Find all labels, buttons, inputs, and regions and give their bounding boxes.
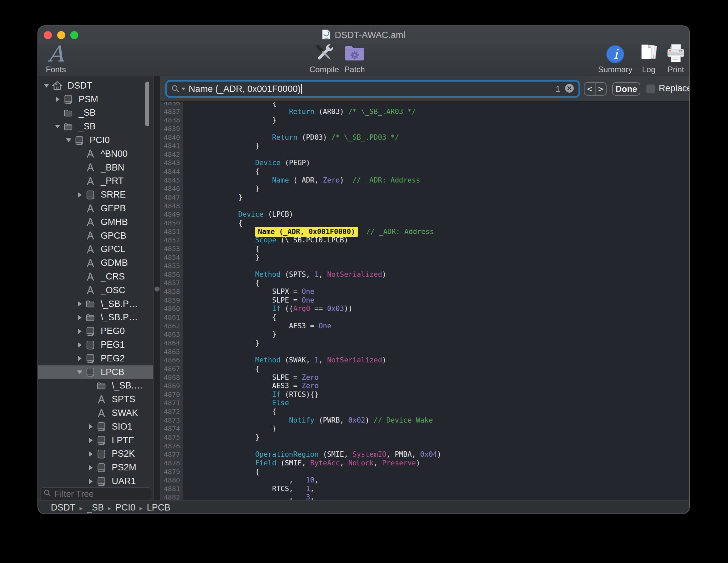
clear-search-icon[interactable] xyxy=(564,83,574,95)
tree-item-lpte[interactable]: LPTE xyxy=(38,434,153,447)
tree-item-sio1[interactable]: SIO1 xyxy=(38,420,153,434)
search-input[interactable]: Name (_ADR, 0x001F0000) 1 xyxy=(167,82,578,96)
print-button[interactable]: Print xyxy=(662,44,690,76)
tree-item-label: LPCB xyxy=(101,367,124,377)
tree-item-spts[interactable]: SPTS xyxy=(38,392,153,406)
tree-item-sb[interactable]: _SB xyxy=(38,120,153,133)
compile-icon xyxy=(312,42,336,64)
content-area: DSDTPSM_SB_SBPCI0^BN00_BBN_PRTSRREGEPBGM… xyxy=(38,76,690,500)
breadcrumb-item-dsdt[interactable]: DSDT xyxy=(51,502,76,513)
tree-item-bbn[interactable]: _BBN xyxy=(38,161,153,175)
search-options-chevron-icon[interactable] xyxy=(181,88,185,90)
disclosure-collapsed-icon[interactable] xyxy=(75,356,84,361)
tree-item-lpcb[interactable]: LPCB xyxy=(38,365,153,379)
disclosure-expanded-icon[interactable] xyxy=(42,84,51,88)
tree-item-label: _OSC xyxy=(101,285,125,296)
tree-item-peg2[interactable]: PEG2 xyxy=(38,352,153,365)
tree-item-gpcl[interactable]: GPCL xyxy=(38,243,153,256)
disclosure-expanded-icon[interactable] xyxy=(64,138,73,142)
title-bar[interactable]: .AML DSDT-AWAC.aml xyxy=(38,26,689,44)
method-icon xyxy=(85,162,96,173)
breadcrumb-item-lpcb[interactable]: LPCB xyxy=(147,502,171,513)
filter-tree-input[interactable]: Filter Tree xyxy=(40,487,151,500)
tree-item-swak[interactable]: SWAK xyxy=(38,406,153,420)
find-next-button[interactable]: > xyxy=(596,83,606,95)
replace-checkbox[interactable] xyxy=(646,84,655,94)
disclosure-expanded-icon[interactable] xyxy=(75,370,84,374)
breadcrumb-item-sb[interactable]: _SB xyxy=(87,502,104,513)
sidebar-scrollbar[interactable] xyxy=(145,81,150,127)
tree-item-label: PEG2 xyxy=(101,353,125,364)
tree-item-sb[interactable]: _SB xyxy=(38,106,153,120)
disclosure-collapsed-icon[interactable] xyxy=(75,315,84,320)
disclosure-collapsed-icon[interactable] xyxy=(75,192,84,198)
patch-button[interactable]: Patch xyxy=(339,44,371,76)
method-icon xyxy=(85,244,96,255)
method-icon xyxy=(85,230,96,241)
code-line-4873: Notify (PWRB, 0x02) // Device Wake xyxy=(183,416,690,425)
code-line-4837: Return (AR03) /* \_SB_.AR03 */ xyxy=(183,108,690,116)
tree-item-gepb[interactable]: GEPB xyxy=(38,202,153,215)
code-line-4859: SLPE = One xyxy=(183,296,690,305)
replace-label: Replace xyxy=(659,83,690,94)
method-icon xyxy=(85,285,96,296)
tree-item-ps2k[interactable]: PS2K xyxy=(38,447,153,461)
tree-item-bn00[interactable]: ^BN00 xyxy=(38,147,153,161)
tree-item-label: SPTS xyxy=(112,394,135,405)
done-button[interactable]: Done xyxy=(612,82,640,96)
toolbar: A Fonts Compile xyxy=(38,44,689,76)
breadcrumb: DSDT▸_SB▸PCI0▸LPCB xyxy=(51,502,170,513)
tree-item-gdmb[interactable]: GDMB xyxy=(38,256,153,270)
device-icon xyxy=(96,476,107,487)
tree-item-osc[interactable]: _OSC xyxy=(38,284,153,297)
tree-item-uar1[interactable]: UAR1 xyxy=(38,474,153,488)
tree-item-label: DSDT xyxy=(68,81,92,91)
tree-item-crs[interactable]: _CRS xyxy=(38,270,153,284)
method-icon xyxy=(85,271,96,283)
disclosure-collapsed-icon[interactable] xyxy=(86,451,95,457)
disclosure-collapsed-icon[interactable] xyxy=(86,465,95,470)
disclosure-collapsed-icon[interactable] xyxy=(75,342,84,348)
tree-item-ps2m[interactable]: PS2M xyxy=(38,461,153,474)
tree-item-dsdt[interactable]: DSDT xyxy=(38,79,153,93)
compile-button[interactable]: Compile xyxy=(306,44,343,76)
disclosure-collapsed-icon[interactable] xyxy=(86,424,95,429)
disclosure-collapsed-icon[interactable] xyxy=(75,329,84,334)
disclosure-collapsed-icon[interactable] xyxy=(86,479,95,484)
tree-item-prt[interactable]: _PRT xyxy=(38,175,153,188)
breadcrumb-separator: ▸ xyxy=(140,504,143,512)
disclosure-collapsed-icon[interactable] xyxy=(75,301,84,307)
find-previous-button[interactable]: < xyxy=(584,83,596,95)
tree-item-sbp[interactable]: \_SB.P… xyxy=(38,311,153,325)
tree-item-label: PS2M xyxy=(112,462,136,473)
tree-item-gmhb[interactable]: GMHB xyxy=(38,215,153,229)
pane-splitter[interactable] xyxy=(153,76,161,500)
tree-item-label: SWAK xyxy=(112,408,138,418)
tree-item-psm[interactable]: PSM xyxy=(38,93,153,106)
scope-folder-icon xyxy=(63,107,74,119)
disclosure-expanded-icon[interactable] xyxy=(53,125,62,128)
tree-item-peg0[interactable]: PEG0 xyxy=(38,324,153,338)
tree-item-peg1[interactable]: PEG1 xyxy=(38,338,153,352)
summary-button[interactable]: i Summary xyxy=(594,44,637,76)
code-editor[interactable]: { Return (AR03) /* \_SB_.AR03 */ } Retur… xyxy=(183,99,690,500)
splitter-handle-dot[interactable] xyxy=(155,287,160,292)
tree-item-gpcb[interactable]: GPCB xyxy=(38,229,153,243)
tree-item-sb[interactable]: \_SB.… xyxy=(38,379,153,393)
fonts-button[interactable]: A Fonts xyxy=(41,44,71,76)
code-line-4876 xyxy=(183,442,690,451)
search-match-highlight: Name (_ADR, 0x001F0000) xyxy=(255,227,358,237)
tree-item-sbp[interactable]: \_SB.P… xyxy=(38,297,153,311)
log-button[interactable]: Log xyxy=(636,44,662,76)
tree-item-label: LPTE xyxy=(112,435,134,446)
code-line-4860: If ((Arg0 == 0x03)) xyxy=(183,305,690,313)
tree-item-srre[interactable]: SRRE xyxy=(38,188,153,202)
breadcrumb-item-pci0[interactable]: PCI0 xyxy=(115,502,135,513)
disclosure-collapsed-icon[interactable] xyxy=(86,438,95,443)
editor-pane: 4836483748384839484048414842484348444845… xyxy=(161,76,690,500)
window-title: DSDT-AWAC.aml xyxy=(335,30,405,40)
disclosure-collapsed-icon[interactable] xyxy=(53,97,62,102)
code-line-4851: Name (_ADR, 0x001F0000) // _ADR: Address xyxy=(183,228,690,236)
tree-item-pci0[interactable]: PCI0 xyxy=(38,133,153,147)
tree-item-label: UAR1 xyxy=(112,476,136,486)
